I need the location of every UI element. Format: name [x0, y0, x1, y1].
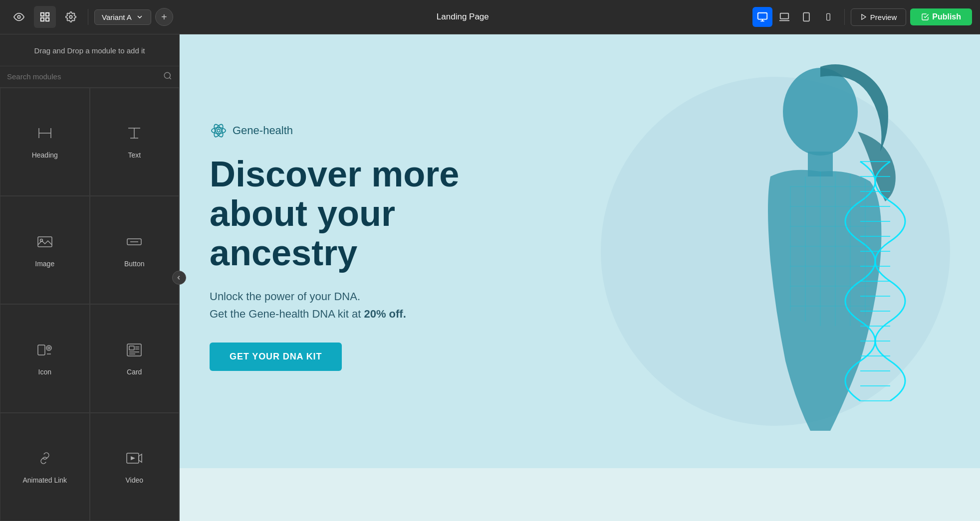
button-label: Button	[124, 260, 144, 268]
hero-heading: Discover more about your ancestry	[210, 155, 499, 273]
canvas: Gene-health Discover more about your anc…	[180, 34, 980, 521]
module-image[interactable]: Image	[0, 196, 90, 304]
top-nav: Variant A + Landing Page Preview Publish	[0, 0, 980, 34]
video-label: Video	[125, 476, 143, 484]
module-animated-link[interactable]: Animated Link	[0, 413, 90, 521]
image-icon	[36, 233, 54, 255]
heading-icon	[36, 124, 54, 146]
brand-icon	[210, 122, 228, 140]
animated-link-icon	[36, 449, 54, 471]
svg-rect-12	[827, 13, 830, 20]
hero-content: Gene-health Discover more about your anc…	[210, 122, 499, 371]
drag-drop-message: Drag and Drop a module to add it	[0, 34, 179, 66]
svg-rect-10	[803, 13, 809, 21]
page-title: Landing Page	[437, 12, 489, 22]
svg-rect-32	[129, 346, 134, 350]
svg-rect-3	[41, 18, 44, 21]
card-label: Card	[127, 368, 142, 376]
svg-rect-2	[46, 13, 49, 16]
text-icon	[125, 124, 143, 146]
module-heading[interactable]: Heading	[0, 88, 90, 196]
variant-dropdown[interactable]: Variant A	[94, 9, 151, 25]
module-text[interactable]: Text	[90, 88, 180, 196]
hero-section: Gene-health Discover more about your anc…	[180, 34, 980, 468]
svg-marker-14	[862, 14, 866, 20]
svg-point-0	[17, 15, 20, 18]
nav-separator	[88, 9, 88, 25]
hero-woman-figure	[701, 62, 940, 441]
eye-icon-btn[interactable]	[8, 6, 30, 28]
svg-rect-23	[38, 237, 52, 247]
search-icon	[163, 71, 172, 82]
svg-point-28	[46, 346, 51, 350]
publish-button[interactable]: Publish	[910, 8, 972, 25]
module-card[interactable]: Card	[90, 304, 180, 412]
module-button[interactable]: Button	[90, 196, 180, 304]
icon-label: Icon	[38, 368, 51, 376]
mobile-btn[interactable]	[818, 7, 838, 27]
card-icon	[125, 341, 143, 363]
svg-marker-39	[131, 456, 135, 460]
cta-button[interactable]: GET YOUR DNA KIT	[210, 343, 342, 371]
laptop-btn[interactable]	[774, 7, 794, 27]
svg-rect-4	[46, 18, 49, 21]
preview-button[interactable]: Preview	[851, 8, 906, 26]
hero-subtext: Unlock the power of your DNA. Get the Ge…	[210, 288, 499, 323]
svg-marker-38	[139, 454, 142, 462]
image-label: Image	[35, 260, 54, 268]
desktop-btn[interactable]	[752, 7, 772, 27]
svg-point-44	[783, 68, 858, 156]
brand-name: Gene-health	[233, 124, 293, 137]
svg-rect-27	[38, 345, 45, 355]
hero-image-area	[540, 34, 980, 468]
nav-separator-2	[844, 9, 845, 25]
svg-point-5	[69, 15, 72, 18]
svg-point-41	[212, 128, 226, 134]
nav-center: Landing Page	[177, 12, 748, 22]
add-variant-btn[interactable]: +	[155, 8, 173, 26]
search-container	[0, 66, 179, 88]
text-label: Text	[128, 151, 141, 159]
animated-link-label: Animated Link	[22, 476, 67, 484]
svg-point-15	[164, 72, 170, 78]
svg-point-40	[217, 129, 220, 132]
video-icon	[125, 449, 143, 471]
icon-module-icon	[36, 341, 54, 363]
device-buttons	[752, 7, 838, 27]
module-video[interactable]: Video	[90, 413, 180, 521]
svg-point-29	[48, 347, 50, 349]
heading-label: Heading	[32, 151, 58, 159]
main-area: Drag and Drop a module to add it Heading	[0, 34, 980, 521]
svg-rect-9	[780, 13, 789, 19]
tablet-btn[interactable]	[796, 7, 816, 27]
sidebar: Drag and Drop a module to add it Heading	[0, 34, 180, 521]
module-icon[interactable]: Icon	[0, 304, 90, 412]
svg-line-16	[169, 77, 171, 79]
search-input[interactable]	[7, 72, 163, 81]
svg-rect-1	[41, 13, 44, 16]
sidebar-collapse-btn[interactable]	[172, 271, 186, 285]
brand-logo: Gene-health	[210, 122, 499, 140]
grid-icon-btn[interactable]	[34, 6, 56, 28]
landing-page: Gene-health Discover more about your anc…	[180, 34, 980, 521]
modules-grid: Heading Text	[0, 88, 179, 521]
settings-icon-btn[interactable]	[60, 6, 82, 28]
svg-rect-6	[758, 13, 767, 19]
button-icon	[125, 233, 143, 255]
